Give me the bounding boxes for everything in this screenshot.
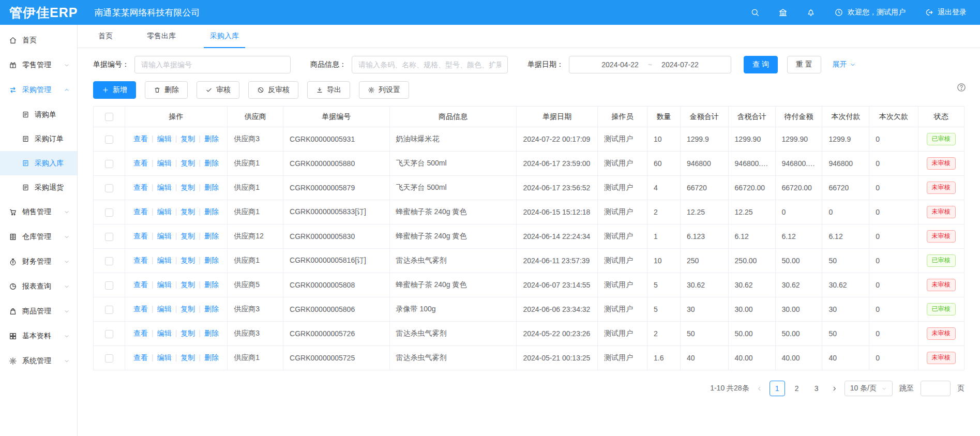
row-action-view[interactable]: 查看 — [133, 207, 148, 216]
sidebar-item[interactable]: 基本资料 — [0, 324, 77, 349]
row-action-copy[interactable]: 复制 — [180, 280, 195, 289]
audit-button[interactable]: 审核 — [197, 81, 239, 99]
sidebar-item[interactable]: 采购管理 — [0, 78, 77, 102]
row-action-delete[interactable]: 删除 — [204, 232, 219, 240]
row-action-view[interactable]: 查看 — [133, 232, 148, 240]
row-action-edit[interactable]: 编辑 — [157, 305, 172, 313]
column-settings-button[interactable]: 列设置 — [359, 81, 409, 99]
row-action-view[interactable]: 查看 — [133, 280, 148, 289]
sidebar-item[interactable]: 系统管理 — [0, 349, 77, 373]
row-action-view[interactable]: 查看 — [133, 183, 148, 191]
row-action-delete[interactable]: 删除 — [204, 159, 219, 167]
row-checkbox[interactable] — [105, 136, 113, 144]
prev-page-button[interactable] — [756, 385, 763, 392]
row-action-copy[interactable]: 复制 — [180, 232, 195, 240]
sidebar-item[interactable]: 首页 — [0, 28, 77, 53]
sidebar-subitem[interactable]: 采购退货 — [0, 175, 77, 200]
row-action-delete[interactable]: 删除 — [204, 329, 219, 337]
row-action-view[interactable]: 查看 — [133, 256, 148, 264]
row-checkbox[interactable] — [105, 160, 113, 168]
sidebar-item[interactable]: 仓库管理 — [0, 224, 77, 249]
sidebar-subitem[interactable]: 采购订单 — [0, 127, 77, 151]
chevron-up-icon — [64, 87, 70, 93]
row-checkbox[interactable] — [105, 281, 113, 290]
row-checkbox[interactable] — [105, 208, 113, 217]
page-button-3[interactable]: 3 — [809, 381, 824, 396]
cell-date: 2024-06-07 23:14:55 — [517, 273, 598, 297]
cell-paid: 50 — [822, 322, 869, 346]
row-action-edit[interactable]: 编辑 — [157, 280, 172, 289]
sidebar-item[interactable]: 财务管理 — [0, 249, 77, 274]
row-action-delete[interactable]: 删除 — [204, 305, 219, 313]
row-action-copy[interactable]: 复制 — [180, 159, 195, 167]
tab-1[interactable]: 零售出库 — [141, 25, 182, 48]
row-checkbox[interactable] — [105, 184, 113, 192]
sidebar-subitem-label: 采购入库 — [35, 159, 64, 168]
page-button-1[interactable]: 1 — [770, 381, 785, 396]
select-all-checkbox[interactable] — [105, 113, 113, 121]
row-action-delete[interactable]: 删除 — [204, 256, 219, 264]
sidebar-subitem[interactable]: 请购单 — [0, 102, 77, 127]
row-action-edit[interactable]: 编辑 — [157, 134, 172, 143]
sidebar-item[interactable]: 销售管理 — [0, 200, 77, 224]
row-action-delete[interactable]: 删除 — [204, 353, 219, 362]
row-action-delete[interactable]: 删除 — [204, 280, 219, 289]
page-button-2[interactable]: 2 — [789, 381, 805, 396]
row-action-edit[interactable]: 编辑 — [157, 353, 172, 362]
sidebar-item[interactable]: 商品管理 — [0, 299, 77, 324]
row-action-view[interactable]: 查看 — [133, 353, 148, 362]
platform-button[interactable] — [778, 8, 788, 17]
row-action-edit[interactable]: 编辑 — [157, 232, 172, 240]
reset-button[interactable]: 重 置 — [787, 56, 821, 73]
row-action-view[interactable]: 查看 — [133, 305, 148, 313]
column-header: 本次欠款 — [869, 107, 918, 127]
date-range-picker[interactable]: 2024-04-22 ~ 2024-07-22 — [569, 56, 731, 73]
delete-button[interactable]: 删除 — [145, 81, 188, 99]
row-action-edit[interactable]: 编辑 — [157, 329, 172, 337]
page-size-select[interactable]: 10 条/页 — [845, 381, 893, 396]
row-action-edit[interactable]: 编辑 — [157, 183, 172, 191]
unaudit-button[interactable]: 反审核 — [248, 81, 298, 99]
search-button[interactable] — [750, 8, 760, 17]
search-submit-button[interactable]: 查 询 — [744, 56, 778, 73]
row-checkbox[interactable] — [105, 354, 113, 363]
row-action-view[interactable]: 查看 — [133, 159, 148, 167]
sidebar-subitem[interactable]: 采购入库 — [0, 151, 77, 175]
row-checkbox[interactable] — [105, 233, 113, 241]
sidebar-item[interactable]: 报表查询 — [0, 274, 77, 299]
logout-label: 退出登录 — [938, 8, 967, 17]
row-action-copy[interactable]: 复制 — [180, 256, 195, 264]
row-action-edit[interactable]: 编辑 — [157, 256, 172, 264]
row-checkbox[interactable] — [105, 330, 113, 338]
help-button[interactable] — [956, 82, 967, 93]
row-action-copy[interactable]: 复制 — [180, 353, 195, 362]
logout-button[interactable]: 退出登录 — [924, 8, 967, 17]
row-action-view[interactable]: 查看 — [133, 134, 148, 143]
row-action-copy[interactable]: 复制 — [180, 329, 195, 337]
sidebar-item[interactable]: 零售管理 — [0, 53, 77, 78]
row-checkbox[interactable] — [105, 306, 113, 314]
row-action-copy[interactable]: 复制 — [180, 134, 195, 143]
export-button[interactable]: 导出 — [307, 81, 350, 99]
notifications-button[interactable] — [806, 8, 816, 17]
tab-2[interactable]: 采购入库 — [204, 25, 245, 48]
row-action-delete[interactable]: 删除 — [204, 134, 219, 143]
row-action-copy[interactable]: 复制 — [180, 183, 195, 191]
row-action-copy[interactable]: 复制 — [180, 207, 195, 216]
row-action-edit[interactable]: 编辑 — [157, 159, 172, 167]
user-menu[interactable]: 欢迎您，测试用户 — [834, 8, 906, 17]
row-action-view[interactable]: 查看 — [133, 329, 148, 337]
product-info-input[interactable] — [352, 56, 508, 73]
bill-no-input[interactable] — [134, 56, 291, 73]
row-action-edit[interactable]: 编辑 — [157, 207, 172, 216]
tab-0[interactable]: 首页 — [92, 25, 119, 48]
row-action-delete[interactable]: 删除 — [204, 207, 219, 216]
add-button[interactable]: 新增 — [93, 81, 136, 99]
cell-date: 2024-06-15 15:12:18 — [517, 200, 598, 224]
row-action-copy[interactable]: 复制 — [180, 305, 195, 313]
next-page-button[interactable] — [831, 385, 838, 392]
expand-filters-link[interactable]: 展开 — [833, 60, 856, 69]
row-action-delete[interactable]: 删除 — [204, 183, 219, 191]
row-checkbox[interactable] — [105, 257, 113, 265]
jump-page-input[interactable] — [921, 381, 951, 396]
